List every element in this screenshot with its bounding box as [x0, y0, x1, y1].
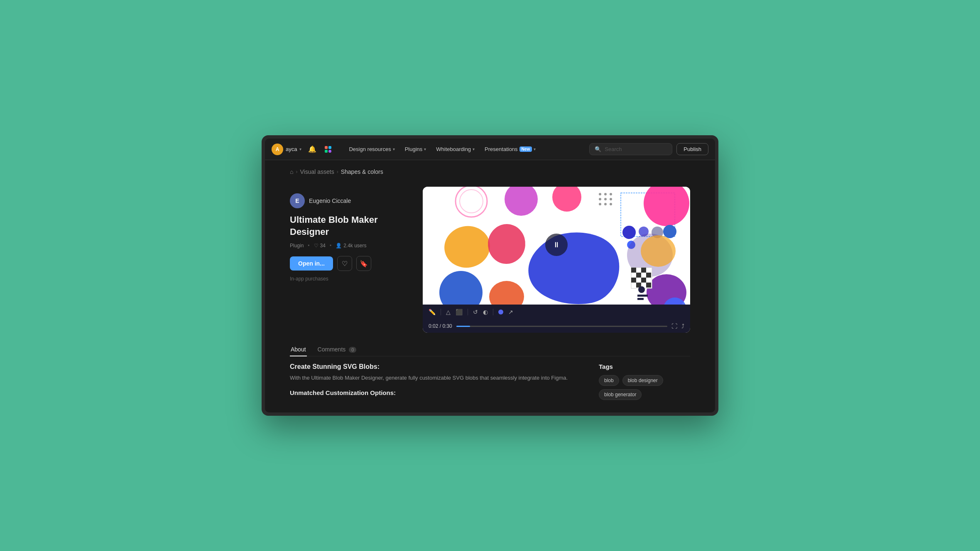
toolbar-arrow-icon[interactable]: ↗ [508, 309, 513, 315]
svg-rect-4 [325, 146, 328, 149]
meta-sep-2: • [330, 243, 331, 249]
author-name[interactable]: Eugenio Ciccale [309, 197, 351, 204]
desc-section1-text: With the Ultimate Blob Maker Designer, g… [290, 374, 582, 383]
svg-point-18 [610, 203, 612, 205]
svg-point-14 [604, 198, 607, 200]
open-button[interactable]: Open in... [290, 256, 333, 271]
author-avatar: E [290, 193, 305, 208]
toolbar-triangle-icon[interactable]: △ [446, 309, 451, 315]
content-layout: E Eugenio Ciccale Ultimate Blob Maker De… [290, 187, 690, 333]
design-resources-chevron-icon: ▾ [393, 147, 395, 151]
video-controls: 0:02 / 0:30 ⛶ ⤴ [423, 319, 690, 333]
tab-about[interactable]: About [290, 343, 307, 356]
fullscreen-icon[interactable]: ⛶ [671, 323, 677, 329]
tag-blob[interactable]: blob [599, 375, 619, 386]
breadcrumb-current: Shapes & colors [341, 168, 383, 175]
plugins-chevron-icon: ▾ [424, 147, 426, 151]
nav-right: 🔍 Search Publish [589, 143, 708, 155]
svg-rect-36 [631, 278, 636, 283]
tab-comments[interactable]: Comments 0 [317, 343, 358, 356]
publish-button[interactable]: Publish [676, 143, 708, 155]
toolbar-refresh-icon[interactable]: ↺ [473, 309, 478, 315]
svg-point-17 [604, 203, 607, 205]
nav-presentations[interactable]: Presentations New ▾ [480, 144, 540, 155]
svg-point-42 [638, 286, 645, 293]
svg-rect-40 [646, 283, 651, 288]
toolbar-fill-icon[interactable]: ◐ [483, 309, 488, 315]
tags-list: blob blob designer blob generator [599, 375, 690, 400]
plugin-title: Ultimate Blob Maker Designer [290, 214, 406, 238]
likes-count: 34 [320, 243, 326, 249]
svg-rect-37 [641, 278, 646, 283]
tags-title: Tags [599, 363, 690, 370]
svg-point-41 [641, 235, 676, 267]
author-row: E Eugenio Ciccale [290, 193, 406, 208]
description-main: Create Stunning SVG Blobs: With the Ulti… [290, 363, 582, 400]
video-progress-fill [456, 326, 470, 327]
video-area: ✏️ △ ⬛ ↺ ◐ ↗ ⏸ [423, 187, 690, 333]
in-app-purchases-label: In-app purchases [290, 276, 406, 282]
svg-point-11 [604, 193, 607, 195]
video-progress-bar[interactable] [456, 326, 667, 327]
meta-users: 👤 2.4k users [336, 243, 366, 249]
tag-blob-designer[interactable]: blob designer [622, 375, 663, 386]
username-label: ayca [286, 146, 297, 152]
svg-point-26 [663, 225, 676, 238]
plugin-meta: Plugin • ♡ 34 • 👤 2.4k users [290, 243, 406, 249]
tags-section: Tags blob blob designer blob generator [599, 363, 690, 400]
users-icon: 👤 [336, 243, 342, 249]
navbar: A ayca ▾ 🔔 Design resources ▾ Plugins [265, 139, 715, 160]
breadcrumb-sep-1: › [296, 169, 297, 175]
toolbar-color-swatch[interactable] [498, 310, 503, 315]
search-box[interactable]: 🔍 Search [589, 143, 672, 155]
video-toolbar: ✏️ △ ⬛ ↺ ◐ ↗ [423, 305, 690, 319]
nav-whiteboarding[interactable]: Whiteboarding ▾ [432, 144, 479, 155]
avatar: A [272, 144, 283, 155]
breadcrumb-visual-assets[interactable]: Visual assets [300, 168, 334, 175]
video-time: 0:02 / 0:30 [429, 323, 452, 329]
nav-plugins[interactable]: Plugins ▾ [401, 144, 431, 155]
search-placeholder: Search [605, 146, 622, 152]
svg-rect-43 [637, 295, 648, 297]
svg-point-15 [610, 198, 612, 200]
desc-section2-title: Unmatched Customization Options: [290, 389, 582, 396]
toolbar-divider-3 [493, 309, 493, 315]
toolbar-divider-1 [441, 309, 441, 315]
pause-button[interactable]: ⏸ [545, 234, 568, 256]
nav-links: Design resources ▾ Plugins ▾ Whiteboardi… [345, 144, 584, 155]
search-icon: 🔍 [595, 146, 601, 152]
svg-rect-1 [328, 146, 331, 149]
heart-icon: ♡ [314, 243, 318, 249]
whiteboarding-chevron-icon: ▾ [473, 147, 475, 151]
breadcrumb-sep-2: › [337, 169, 338, 175]
pause-icon: ⏸ [553, 241, 560, 249]
svg-point-23 [622, 226, 636, 239]
sidebar: E Eugenio Ciccale Ultimate Blob Maker De… [290, 187, 406, 282]
user-menu[interactable]: A ayca ▾ [272, 144, 301, 155]
like-button[interactable]: ♡ [337, 256, 352, 271]
svg-rect-44 [637, 298, 644, 300]
comments-badge: 0 [349, 347, 356, 353]
svg-rect-33 [631, 268, 636, 273]
description-section: Create Stunning SVG Blobs: With the Ulti… [290, 363, 690, 400]
share-video-icon[interactable]: ⤴ [681, 323, 684, 329]
bell-icon[interactable]: 🔔 [308, 145, 316, 153]
desc-section1-title: Create Stunning SVG Blobs: [290, 363, 582, 371]
toolbar-pen-icon[interactable]: ✏️ [429, 309, 436, 315]
tabs-row: About Comments 0 [290, 343, 690, 356]
svg-rect-39 [646, 273, 651, 278]
action-row: Open in... ♡ 🔖 [290, 256, 406, 271]
meta-likes: ♡ 34 [314, 243, 326, 249]
toolbar-divider-2 [468, 309, 468, 315]
presentations-chevron-icon: ▾ [534, 147, 536, 151]
monitor-screen: A ayca ▾ 🔔 Design resources ▾ Plugins [265, 139, 715, 412]
breadcrumb-home-icon[interactable]: ⌂ [290, 168, 293, 175]
nav-design-resources[interactable]: Design resources ▾ [345, 144, 399, 155]
presentations-new-badge: New [519, 146, 532, 152]
toolbar-slider-icon[interactable]: ⬛ [456, 309, 463, 315]
tag-blob-generator[interactable]: blob generator [599, 389, 642, 400]
bookmark-button[interactable]: 🔖 [356, 256, 371, 271]
meta-sep-1: • [308, 243, 309, 249]
svg-rect-34 [636, 273, 641, 278]
svg-point-12 [610, 193, 612, 195]
